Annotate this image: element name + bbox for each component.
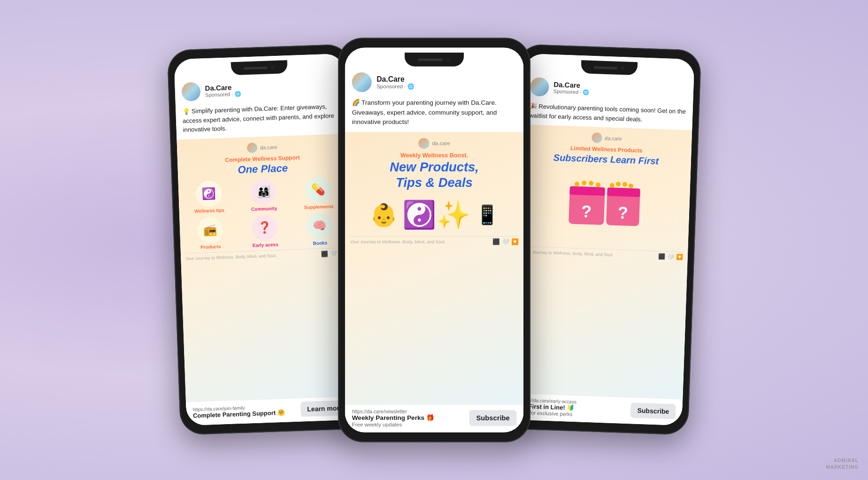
chevron-icon-r: 🔽 [676,254,683,261]
supplements-label: Supplements [304,204,333,210]
ad2-icons: 👶 ☯️✨ 📱 [369,199,498,231]
phone-screen-right: Da.Care Sponsored · 🌐 🎉 Revolutionary pa… [512,54,694,426]
icon-wellness-tips: ☯️ Wellness tips [183,180,235,214]
notch-left [230,60,287,75]
svg-rect-1 [569,186,605,196]
phone-left: Da.Care Sponsored · 🌐 💡 Simplify parenti… [167,44,363,435]
ad-cta-center: https://da.care/newsletter Weekly Parent… [345,404,523,433]
avatar-center [352,72,371,92]
cta-info-center: https://da.care/newsletter Weekly Parent… [352,409,469,427]
svg-text:?: ? [617,203,628,223]
ad-meta-center: Da.Care Sponsored · 🌐 [376,75,516,90]
footer-text-center: Your Journey to Wellness. Body, Mind, an… [350,240,446,244]
speaker-left [244,66,267,70]
community-icon: 👨‍👩‍👧 [250,178,277,205]
brand-center: Da.Care [376,75,516,83]
svg-point-11 [615,182,620,186]
logo-img-center [418,138,429,148]
logo-text-left: da.care [260,144,277,150]
svg-point-5 [589,181,593,186]
icon-products: 📻 Products [184,216,236,250]
cta-url-center: https://da.care/newsletter [352,409,469,414]
avatar-left [181,82,200,101]
notch-right [581,60,638,75]
creative-title-right: Subscribers Learn First [553,152,659,167]
products-icon: 📻 [197,217,223,243]
books-icon: 🧠 [306,213,333,240]
phone-center: Da.Care Sponsored · 🌐 🌈 Transform your p… [338,38,530,442]
icon-early-access: ❓ Early acess [238,214,291,248]
baby-icon: 👶 [369,202,397,228]
creative-subtitle-center: Weekly Wellness Boost. [400,152,468,159]
camera-left [271,65,275,69]
svg-point-13 [628,184,633,188]
watermark-line1: ADMIRAL [826,457,859,464]
wellness-label: Wellness tips [194,208,224,214]
share-icon-c: ⬛ [492,239,499,246]
footer-icons-center: ⬛ 🤍 🔽 [492,239,518,246]
icons-grid-left: ☯️ Wellness tips 👨‍👩‍👧 Community 💊 Suppl… [183,176,346,250]
creative-footer-center: Your Journey to Wellness. Body, Mind, an… [350,236,518,245]
svg-point-12 [622,182,627,186]
cta-button-center[interactable]: Subscribe [469,410,516,426]
camera-right [621,66,624,70]
phone-screen-left: Da.Care Sponsored · 🌐 💡 Simplify parenti… [174,54,356,426]
creative-logo-center: da.care [418,138,450,148]
ad-meta-right: Da.Care Sponsored · 🌐 [553,80,687,99]
share-icon: ⬛ [321,250,328,257]
ad-content-left: Da.Care Sponsored · 🌐 💡 Simplify parenti… [174,54,356,426]
heart-icon: 🤍 [330,250,337,257]
creative-footer-left: Your Journey to Wellness. Body, Mind, an… [185,248,346,262]
creative-subtitle-left: Complete Wellness Support [225,154,300,163]
phone-right: Da.Care Sponsored · 🌐 🎉 Revolutionary pa… [505,44,701,435]
share-icon-r: ⬛ [658,253,665,260]
logo-text-right: da.care [604,135,622,141]
early-access-icon: ❓ [251,215,278,241]
ad-meta-left: Da.Care Sponsored · 🌐 [205,79,338,98]
svg-point-6 [595,182,600,187]
speaker-center [418,58,443,61]
chevron-icon-c: 🔽 [511,239,518,246]
icon-community: 👨‍👩‍👧 Community [238,178,290,212]
ad-content-center: Da.Care Sponsored · 🌐 🌈 Transform your p… [345,48,523,433]
cta-info-right: https://da.care/early-access Be First in… [518,397,630,419]
ad-creative-left: da.care Complete Wellness Support One Pl… [177,133,355,402]
icon-supplements: 💊 Supplements [292,176,344,210]
heart-icon-c: 🤍 [501,239,509,246]
cta-title-center: Weekly Parenting Perks 🎁 [352,414,469,422]
phone-screen-center: Da.Care Sponsored · 🌐 🌈 Transform your p… [345,48,523,433]
products-label: Products [200,244,221,250]
cta-sub-center: Free weekly updates [352,421,469,427]
early-access-label: Early acess [252,242,278,248]
avatar-right [530,77,549,96]
svg-rect-8 [607,187,640,197]
svg-point-3 [574,182,579,186]
logo-img-left [246,142,257,153]
cta-info-left: https://da.care/join-family Complete Par… [192,403,301,419]
footer-text-right: Your Journey to Wellness. Body, Mind, an… [522,249,613,257]
footer-text-left: Your Journey to Wellness. Body, Mind, an… [185,253,277,261]
creative-title-center: New Products, Tips & Deals [390,159,479,190]
svg-point-10 [609,183,614,187]
ad-creative-center: da.care Weekly Wellness Boost. New Produ… [345,132,523,404]
camera-center [446,58,450,62]
ad-text-left: 💡 Simplify parenting with Da.Care: Enter… [175,100,346,139]
speaker-right [593,66,617,70]
books-label: Books [313,240,327,246]
sponsored-center: Sponsored · 🌐 [376,83,516,90]
yin-yang-sparkle-icon: ☯️✨ [402,199,470,231]
creative-logo-left: da.care [246,141,277,153]
cta-button-right[interactable]: Subscribe [630,403,676,419]
wellness-icon: ☯️ [195,180,222,207]
logo-img-right [591,132,602,143]
ad-text-center: 🌈 Transform your parenting journey with … [345,96,523,132]
creative-logo-right: da.care [591,132,622,144]
phones-container: Da.Care Sponsored · 🌐 💡 Simplify parenti… [160,47,709,433]
ad-creative-right: da.care Limited Wellness Products Subscr… [513,124,692,399]
logo-text-center: da.care [432,140,450,146]
creative-title-left: One Place [238,162,288,176]
svg-point-4 [582,180,586,185]
heart-icon-r: 🤍 [667,254,674,261]
community-label: Community [251,206,277,212]
supplements-icon: 💊 [305,177,331,203]
